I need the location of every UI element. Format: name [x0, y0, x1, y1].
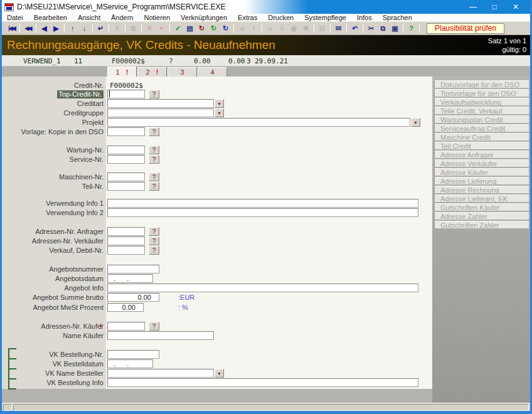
next-record-icon[interactable]: ▶: [50, 24, 62, 33]
help-icon[interactable]: ?: [405, 24, 417, 32]
row-teil-nr: Teil-Nr. ?: [2, 182, 432, 191]
sidebar-button-adresse-zahler: Adresse Zahler: [434, 212, 529, 220]
row-projekt: Projekt ▼: [2, 118, 432, 127]
row-vk-name-besteller: VK Name Besteller ▼: [2, 369, 432, 378]
plausibility-check-button[interactable]: Plausibilität prüfen: [427, 23, 504, 34]
vk-bestellung-nr-input[interactable]: [107, 350, 159, 359]
status-field-count: 3: [247, 57, 251, 65]
tab-2-alert: !: [156, 68, 159, 76]
angebotsnummer-input[interactable]: [107, 265, 159, 273]
confirm-icon[interactable]: ✓: [172, 24, 184, 33]
maximize-button[interactable]: □: [484, 0, 505, 14]
row-angebot-info: Angebot Info: [2, 284, 432, 293]
vorlage-dso-input[interactable]: [107, 127, 145, 136]
refresh-blue-icon[interactable]: ↻: [220, 24, 231, 33]
wartung-nr-lookup-button[interactable]: ?: [149, 146, 159, 154]
eur-suffix: :EUR: [178, 294, 194, 301]
sidebar-button-adresse-anfrager: Adresse Anfrager: [434, 151, 529, 159]
down-icon[interactable]: ↓: [78, 24, 90, 32]
tab-4[interactable]: 4: [198, 67, 227, 77]
menu-bearbeiten[interactable]: Bearbeiten: [34, 14, 67, 21]
enter-icon[interactable]: ↵: [95, 24, 107, 33]
creditgruppe-input[interactable]: [107, 109, 214, 117]
verkauf-debit-nr-lookup-button[interactable]: ?: [149, 246, 159, 255]
credit-nr-value: F000002$: [110, 82, 143, 90]
title-bar: D:\MSEU21\MService\_MService_Programm\MS…: [2, 0, 530, 14]
refresh-green-icon[interactable]: ↻: [208, 24, 220, 33]
menu-verknuepfungen[interactable]: Verknüpfungen: [181, 14, 227, 21]
row-service-nr: Service-Nr. ?: [2, 155, 432, 164]
row-top-credit-nr: Top-Credit-Nr. ?: [2, 90, 432, 99]
angebot-mwst-prozent-input[interactable]: [107, 303, 144, 312]
first-record-icon[interactable]: |◀◀: [6, 25, 18, 31]
minimize-button[interactable]: —: [462, 0, 484, 14]
close-button[interactable]: ✕: [505, 0, 526, 14]
eye-icon: ◉: [288, 24, 300, 33]
verkauf-debit-nr-input[interactable]: [107, 246, 145, 255]
projekt-dropdown-button[interactable]: ▼: [411, 118, 420, 127]
adressen-nr-verkaeufer-lookup-button[interactable]: ?: [149, 236, 159, 245]
angebot-info-input[interactable]: [107, 284, 418, 292]
paste-icon[interactable]: ▣: [389, 24, 401, 33]
valid-counter: gültig: 0: [488, 45, 526, 54]
vk-name-besteller-input[interactable]: [107, 369, 214, 378]
maschinen-nr-input[interactable]: [107, 172, 145, 181]
undo-icon[interactable]: ↶: [349, 24, 361, 33]
form-icon[interactable]: ▤: [184, 24, 196, 33]
row-vk-bestelldatum: VK Bestelldatum: [2, 359, 432, 369]
menu-datei[interactable]: Datei: [7, 14, 23, 21]
menu-aendern[interactable]: Ändern: [111, 14, 133, 21]
projekt-input[interactable]: [107, 118, 410, 127]
wartung-nr-input[interactable]: [107, 146, 145, 154]
menu-drucken[interactable]: Drucken: [268, 14, 294, 21]
teil-nr-input[interactable]: [107, 182, 145, 191]
mail-icon[interactable]: ✉: [332, 24, 344, 33]
cut-icon[interactable]: ✂: [365, 24, 377, 33]
adressen-nr-anfrager-input[interactable]: [107, 227, 145, 236]
vorlage-dso-lookup-button[interactable]: ?: [149, 127, 159, 136]
menu-ansicht[interactable]: Ansicht: [78, 14, 100, 21]
creditart-input[interactable]: [107, 99, 214, 108]
name-kaeufer-input[interactable]: [107, 331, 214, 340]
refresh-red-icon[interactable]: ↻: [196, 24, 208, 33]
row-credit-nr: Credit-Nr. F000002$: [2, 81, 432, 90]
verwendung-info-2-input[interactable]: [107, 208, 418, 217]
up-icon[interactable]: ↑: [66, 24, 78, 32]
maschinen-nr-lookup-button[interactable]: ?: [149, 172, 159, 181]
verwendung-info-1-input[interactable]: [107, 199, 418, 208]
angebot-summe-brutto-input[interactable]: [107, 293, 159, 302]
top-credit-nr-input[interactable]: [107, 90, 145, 98]
status-field-code: 11: [74, 57, 82, 65]
adressen-nr-verkaeufer-input[interactable]: [107, 236, 145, 245]
adressen-nr-kaeufer-lookup-button[interactable]: ?: [149, 322, 159, 331]
sidebar-button-adresse-rechnung: Adresse Rechnung: [434, 186, 529, 194]
service-nr-input[interactable]: [107, 155, 145, 164]
menu-infos[interactable]: Infos: [357, 14, 372, 21]
menu-sprachen[interactable]: Sprachen: [383, 14, 412, 21]
fast-back-icon[interactable]: ◀◀: [22, 25, 34, 31]
menu-notieren[interactable]: Notieren: [144, 14, 170, 21]
top-credit-lookup-button[interactable]: ?: [149, 90, 159, 98]
creditgruppe-dropdown-button[interactable]: ▼: [215, 109, 224, 117]
prev-record-icon[interactable]: ◀: [38, 24, 50, 33]
adressen-nr-anfrager-lookup-button[interactable]: ?: [149, 227, 159, 236]
menu-extras[interactable]: Extras: [238, 14, 257, 21]
creditart-dropdown-button[interactable]: ▼: [215, 99, 224, 108]
list-icon: ≡: [276, 24, 288, 32]
vk-name-besteller-dropdown-button[interactable]: ▼: [215, 369, 224, 378]
projekt-label: Projekt: [82, 119, 104, 126]
vk-bestellung-info-input[interactable]: [107, 378, 418, 387]
status-field-amount2: 0.00: [228, 57, 245, 65]
verkauf-debit-nr-label: Verkauf, Debit-Nr.: [49, 247, 104, 254]
tab-2[interactable]: 2!: [137, 67, 167, 77]
vk-bestelldatum-input[interactable]: [107, 359, 153, 368]
service-nr-lookup-button[interactable]: ?: [149, 155, 159, 164]
teil-nr-lookup-button[interactable]: ?: [149, 182, 159, 191]
angebotsdatum-input[interactable]: [107, 274, 153, 283]
adressen-nr-kaeufer-input[interactable]: [107, 322, 145, 331]
menu-systempflege[interactable]: Systempflege: [304, 14, 346, 21]
tab-1[interactable]: 1!: [107, 66, 137, 77]
tab-3[interactable]: 3: [168, 67, 197, 77]
post-icon: ⇧: [111, 24, 123, 33]
copy-icon[interactable]: ⧉: [377, 24, 389, 33]
